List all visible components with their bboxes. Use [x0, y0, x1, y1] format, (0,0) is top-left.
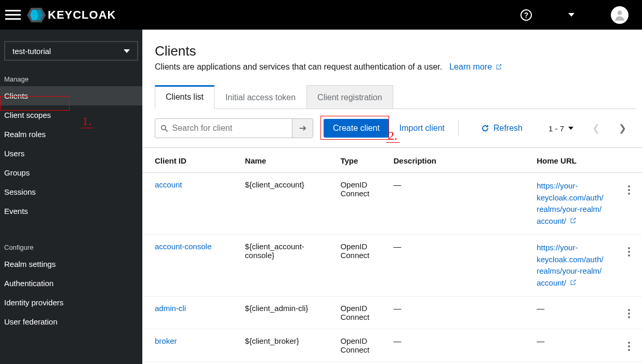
sidebar-section-manage: Manage	[0, 70, 142, 86]
table-row: admin-cli${client_admin-cli}OpenIDConnec…	[142, 296, 642, 329]
client-id-link[interactable]: admin-cli	[155, 304, 186, 313]
refresh-label: Refresh	[493, 124, 523, 133]
toolbar-divider	[458, 120, 459, 136]
brand-logo: KEYCLOAK	[27, 8, 116, 22]
refresh-button[interactable]: Refresh	[481, 124, 523, 133]
sidebar-item-users[interactable]: Users	[0, 144, 142, 163]
topbar: KEYCLOAK ?	[0, 0, 642, 30]
client-description: —	[394, 242, 402, 251]
sidebar-item-events[interactable]: Events	[0, 201, 142, 221]
page-subtitle: Clients are applications and services th…	[155, 62, 442, 72]
svg-point-3	[618, 10, 622, 15]
pager-prev[interactable]: ❮	[592, 123, 600, 134]
search-icon	[160, 124, 168, 132]
search-input[interactable]	[172, 124, 287, 133]
th-name: Name	[233, 148, 328, 173]
search-wrap	[155, 118, 313, 138]
arrow-right-icon	[299, 124, 307, 132]
row-actions-menu[interactable]	[623, 336, 635, 351]
sidebar-item-groups[interactable]: Groups	[0, 163, 142, 182]
table-row: realm-management${client_realm-managem..…	[142, 362, 642, 365]
svg-point-4	[162, 126, 166, 130]
learn-more-text: Learn more	[449, 62, 492, 72]
brand-text: KEYCLOAK	[48, 8, 116, 22]
annotation-box-1	[1, 96, 70, 111]
client-name: ${client_account}	[233, 173, 328, 235]
client-type: OpenIDConnect	[328, 296, 381, 329]
home-url-link[interactable]: https://your-keycloak.com/auth/realms/yo…	[537, 181, 603, 225]
keycloak-icon	[27, 8, 46, 22]
page-title: Clients	[155, 43, 636, 59]
sidebar-section-configure: Configure	[0, 238, 142, 254]
tab-clients-list[interactable]: Clients list	[155, 85, 215, 109]
external-link-icon	[495, 63, 502, 71]
import-client-link[interactable]: Import client	[399, 124, 445, 133]
learn-more-link[interactable]: Learn more	[449, 62, 502, 72]
client-type: OpenIDConnect	[328, 329, 381, 362]
client-description: —	[394, 180, 402, 189]
refresh-icon	[481, 124, 489, 132]
client-type: OpenIDConnect	[328, 362, 381, 365]
home-url-empty: —	[537, 304, 544, 313]
th-client-id: Client ID	[142, 148, 233, 173]
realm-name: test-tutorial	[12, 47, 51, 56]
client-description: —	[394, 336, 402, 345]
client-type: OpenIDConnect	[328, 173, 381, 235]
sidebar-item-identity-providers[interactable]: Identity providers	[0, 293, 142, 312]
pager-next[interactable]: ❯	[619, 123, 626, 134]
sidebar-item-sessions[interactable]: Sessions	[0, 182, 142, 201]
client-id-link[interactable]: broker	[155, 336, 177, 345]
avatar-icon	[613, 8, 626, 22]
sidebar-item-user-federation[interactable]: User federation	[0, 312, 142, 331]
client-name: ${client_realm-managem...	[233, 362, 328, 365]
th-home-url: Home URL	[524, 148, 623, 173]
client-id-link[interactable]: account	[155, 180, 182, 189]
tabs: Clients list Initial access token Client…	[155, 85, 636, 109]
client-type: OpenIDConnect	[328, 235, 381, 296]
client-description: —	[394, 304, 402, 313]
sidebar-item-realm-roles[interactable]: Realm roles	[0, 125, 142, 144]
home-url-empty: —	[537, 336, 544, 345]
table-row: account${client_account}OpenIDConnect—ht…	[142, 173, 642, 235]
sidebar-item-realm-settings[interactable]: Realm settings	[0, 254, 142, 274]
row-actions-menu[interactable]	[623, 304, 635, 318]
search-submit-button[interactable]	[292, 119, 313, 138]
pager: 1 - 7 ❮ ❯	[549, 123, 626, 134]
table-row: account-console${client_account-console}…	[142, 235, 642, 296]
table-row: broker${client_broker}OpenIDConnect——	[142, 329, 642, 362]
help-icon[interactable]: ?	[520, 9, 532, 21]
shell: test-tutorial Manage Clients Client scop…	[0, 30, 642, 364]
annotation-underline-1	[81, 128, 93, 128]
tab-initial-access-token[interactable]: Initial access token	[215, 85, 306, 109]
th-description: Description	[381, 148, 525, 173]
annotation-label-1: 1.	[82, 114, 91, 128]
home-url-link[interactable]: https://your-keycloak.com/auth/realms/yo…	[537, 243, 603, 287]
row-actions-menu[interactable]	[623, 180, 635, 195]
th-type: Type	[328, 148, 381, 173]
client-name: ${client_account-console}	[233, 235, 328, 296]
tab-client-registration[interactable]: Client registration	[306, 85, 393, 109]
client-name: ${client_broker}	[233, 329, 328, 362]
sidebar-item-authentication[interactable]: Authentication	[0, 274, 142, 293]
chevron-down-icon	[568, 127, 573, 130]
pager-text: 1 - 7	[549, 124, 564, 133]
sidebar: test-tutorial Manage Clients Client scop…	[0, 30, 142, 364]
toolbar: Create client 2. Import client Refresh 1…	[142, 109, 642, 148]
clients-table: Client ID Name Type Description Home URL…	[142, 148, 642, 364]
pager-range[interactable]: 1 - 7	[549, 124, 573, 133]
annotation-underline-2	[386, 142, 400, 143]
annotation-box-2	[320, 116, 389, 140]
chevron-down-icon	[124, 49, 130, 53]
hamburger-button[interactable]	[5, 7, 21, 23]
realm-selector[interactable]: test-tutorial	[4, 41, 138, 61]
client-id-link[interactable]: account-console	[155, 242, 211, 251]
user-menu-toggle[interactable]	[568, 13, 574, 17]
svg-line-5	[165, 129, 168, 132]
annotation-label-2: 2.	[388, 129, 397, 143]
row-actions-menu[interactable]	[623, 242, 635, 257]
main: Clients Clients are applications and ser…	[142, 30, 642, 364]
avatar[interactable]	[611, 6, 628, 24]
page-subtitle-row: Clients are applications and services th…	[155, 62, 636, 72]
client-name: ${client_admin-cli}	[233, 296, 328, 329]
